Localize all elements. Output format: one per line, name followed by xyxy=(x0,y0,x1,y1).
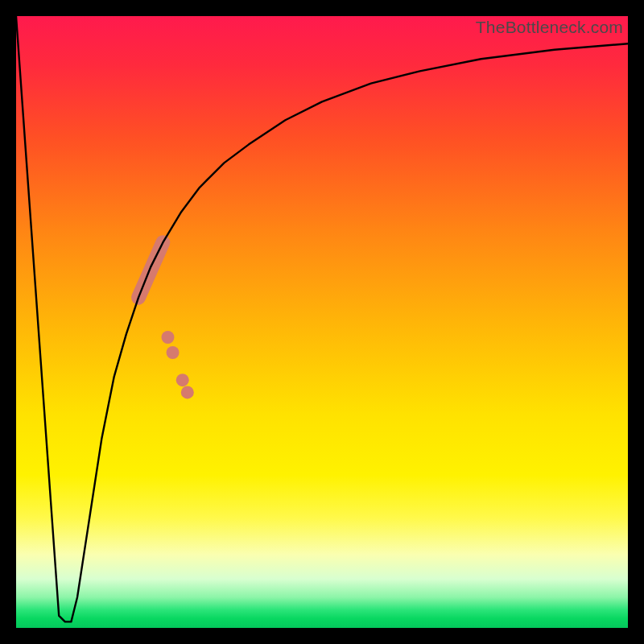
highlight-dot-4 xyxy=(181,386,194,398)
curve-layer xyxy=(16,16,628,628)
chart-frame: TheBottleneck.com xyxy=(0,0,644,644)
bottleneck-curve xyxy=(16,16,628,621)
highlight-dot-1 xyxy=(161,331,174,344)
highlight-dot-3 xyxy=(176,374,189,386)
plot-area: TheBottleneck.com xyxy=(16,16,628,628)
highlight-dot-2 xyxy=(167,346,180,359)
highlight-markers xyxy=(138,242,194,398)
